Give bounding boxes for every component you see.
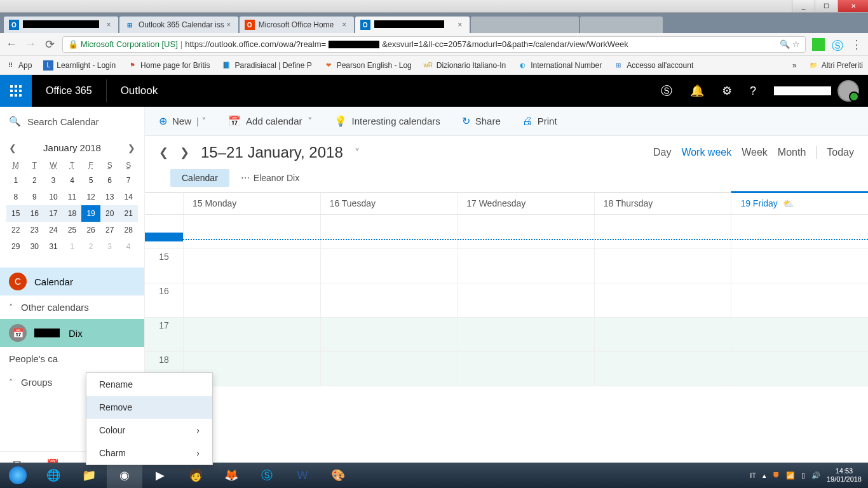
taskbar-app[interactable]: 🧑 [178, 463, 214, 488]
mini-cal-day[interactable]: 4 [119, 238, 138, 255]
taskbar-explorer[interactable]: 📁 [71, 463, 107, 488]
window-minimize[interactable]: _ [792, 0, 815, 12]
my-calendar-item[interactable]: CCalendar [0, 268, 144, 295]
view-today[interactable]: Today [827, 147, 854, 158]
time-slot[interactable] [183, 249, 320, 283]
mini-cal-day[interactable]: 31 [44, 238, 63, 255]
tray-shield-icon[interactable]: ⛊ [773, 471, 780, 479]
day-header[interactable]: 16 Tuesday [320, 193, 458, 214]
chevron-down-icon[interactable]: ˅ [355, 147, 360, 159]
new-button[interactable]: ⊕New | ˅ [159, 115, 207, 127]
mini-cal-day[interactable]: 1 [63, 238, 82, 255]
apps-shortcut[interactable]: ⠿App [5, 60, 32, 71]
time-slot[interactable] [457, 283, 594, 317]
reload-button[interactable]: ⟳ [43, 38, 56, 51]
view-workweek[interactable]: Work week [681, 147, 731, 158]
ctx-charm[interactable]: Charm› [86, 442, 212, 464]
app-launcher[interactable] [0, 75, 32, 107]
mini-cal-day[interactable]: 24 [44, 222, 63, 238]
bookmark-item[interactable]: ⚑Home page for Britis [127, 60, 210, 71]
tray-volume-icon[interactable]: 🔊 [811, 471, 820, 480]
mini-cal-title[interactable]: January 2018 [43, 142, 101, 153]
day-header[interactable]: 17 Wednesday [457, 193, 594, 214]
close-icon[interactable]: × [456, 20, 465, 29]
bookmarks-overflow[interactable]: » [792, 61, 797, 70]
zoom-icon[interactable]: 🔍 [780, 39, 790, 49]
prev-month[interactable]: ❮ [9, 143, 17, 153]
view-month[interactable]: Month [778, 147, 806, 158]
time-slot[interactable] [320, 215, 458, 248]
ctx-colour[interactable]: Colour› [86, 419, 212, 442]
help-icon[interactable]: ? [750, 85, 756, 98]
mini-cal-day[interactable]: 17 [44, 205, 63, 222]
other-calendars-header[interactable]: ˄Other calendars [0, 295, 144, 319]
mini-cal-day[interactable]: 21 [119, 205, 138, 222]
taskbar-skype[interactable]: Ⓢ [249, 463, 285, 488]
mini-cal-day[interactable]: 19 [81, 205, 100, 222]
time-slot[interactable] [731, 318, 868, 351]
day-header[interactable]: 15 Monday [183, 193, 320, 214]
taskbar-word[interactable]: W [285, 463, 320, 488]
time-slot[interactable] [320, 249, 458, 283]
back-button[interactable]: ← [5, 38, 18, 51]
bookmark-item[interactable]: LLearnlight - Login [43, 60, 116, 71]
mini-cal-day[interactable]: 22 [6, 222, 25, 238]
star-icon[interactable]: ☆ [792, 39, 800, 49]
mini-cal-day[interactable]: 3 [100, 238, 119, 255]
forward-button[interactable]: → [24, 38, 37, 51]
date-range-title[interactable]: 15–21 January, 2018 [201, 144, 343, 161]
mini-cal-day[interactable]: 23 [25, 222, 44, 238]
close-icon[interactable]: × [340, 20, 349, 29]
tray-clock[interactable]: 14:5319/01/2018 [827, 467, 862, 484]
time-slot[interactable] [594, 283, 731, 317]
suite-title[interactable]: Office 365 [32, 85, 106, 97]
calendar-grid[interactable]: 15161718 [145, 215, 868, 477]
bookmark-item[interactable]: ⊞Accesso all'account [613, 60, 693, 71]
time-slot[interactable] [320, 352, 458, 386]
menu-icon[interactable]: ⋮ [850, 38, 863, 51]
time-slot[interactable] [457, 352, 594, 386]
day-header[interactable]: 18 Thursday [594, 193, 731, 214]
taskbar-paint[interactable]: 🎨 [320, 463, 356, 488]
mini-cal-day[interactable]: 25 [63, 222, 82, 238]
mini-cal-day[interactable]: 27 [100, 222, 119, 238]
time-slot[interactable] [731, 215, 868, 248]
tray-lang[interactable]: IT [750, 471, 756, 479]
notifications-icon[interactable]: 🔔 [690, 84, 704, 98]
browser-tab[interactable]: O× [4, 17, 118, 33]
time-slot[interactable] [594, 318, 731, 351]
skype-extension-icon[interactable]: Ⓢ [831, 38, 844, 51]
user-menu[interactable] [774, 80, 859, 102]
time-slot[interactable] [457, 249, 594, 283]
mini-cal-day[interactable]: 29 [6, 238, 25, 255]
share-button[interactable]: ↻Share [462, 115, 501, 127]
browser-tab[interactable]: OMicrosoft Office Home× [240, 17, 354, 33]
browser-tab[interactable]: ⊞Outlook 365 Calendar iss× [119, 17, 238, 33]
time-slot[interactable] [320, 283, 458, 317]
close-icon[interactable]: × [104, 20, 113, 29]
time-slot[interactable] [320, 318, 458, 351]
start-button[interactable] [0, 463, 36, 488]
tray-network-icon[interactable]: 📶 [786, 471, 795, 480]
search-input[interactable]: 🔍Search Calendar [0, 107, 144, 136]
skype-icon[interactable]: Ⓢ [661, 83, 672, 98]
people-calendars-header[interactable]: People's ca [0, 347, 144, 370]
window-maximize[interactable]: ☐ [815, 0, 837, 12]
shared-calendar-item[interactable]: 📅Dix [0, 319, 144, 347]
tray-battery-icon[interactable]: ▯ [801, 471, 805, 480]
taskbar-firefox[interactable]: 🦊 [214, 463, 249, 488]
time-slot[interactable] [594, 249, 731, 283]
time-slot[interactable] [457, 215, 594, 248]
bookmark-item[interactable]: ❤Pearson English - Log [323, 60, 412, 71]
time-slot[interactable] [183, 318, 320, 351]
bookmark-item[interactable]: ◐International Number [517, 60, 602, 71]
settings-icon[interactable]: ⚙ [722, 84, 732, 98]
view-day[interactable]: Day [653, 147, 671, 158]
time-slot[interactable] [183, 215, 320, 248]
add-calendar-button[interactable]: 📅Add calendar ˅ [228, 115, 312, 127]
calendar-chip-loading[interactable]: ⋯Eleanor Dix [241, 173, 299, 183]
mini-cal-day[interactable]: 20 [100, 205, 119, 222]
browser-tab[interactable] [580, 17, 663, 33]
url-input[interactable]: 🔒 Microsoft Corporation [US] | https://o… [62, 36, 806, 53]
time-slot[interactable] [731, 283, 868, 317]
